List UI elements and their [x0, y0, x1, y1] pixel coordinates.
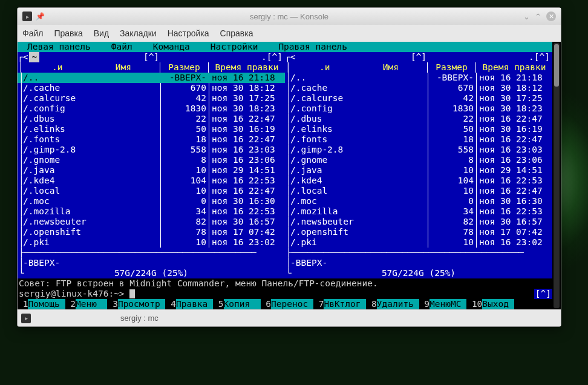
file-row[interactable]: │/.java10ноя 29 14:51: [285, 165, 552, 176]
terminal-area[interactable]: Левая панель Файл Команда Настройки Прав…: [18, 42, 561, 309]
mc-menu-right-panel[interactable]: Правая панель: [277, 42, 348, 52]
left-panel[interactable]: ┌<~[^].[^]│.и ИмяРазмерВремя правки│/..-…: [18, 52, 285, 278]
file-row[interactable]: │/..-ВВЕРХ-ноя 16 21:18: [285, 73, 552, 83]
file-row[interactable]: │/.openshift78ноя 17 07:42: [285, 227, 552, 237]
fkey-label[interactable]: Удалить: [377, 299, 419, 309]
file-row[interactable]: │/.elinks50ноя 30 16:19: [18, 124, 285, 134]
file-row[interactable]: │/..-ВВЕРХ-ноя 16 21:18: [18, 73, 285, 83]
file-name: /.openshift: [290, 227, 428, 237]
file-row[interactable]: │/.local10ноя 16 22:47: [285, 186, 552, 196]
menu-file[interactable]: Файл: [22, 28, 43, 38]
mc-menu-options[interactable]: Настройки: [209, 42, 260, 52]
file-row[interactable]: │/.fonts18ноя 16 22:47: [285, 134, 552, 145]
file-row[interactable]: │/.gnome8ноя 16 23:06: [18, 155, 285, 165]
file-row[interactable]: │/.pki10ноя 16 23:02: [285, 237, 552, 248]
fkey-number: 5: [213, 299, 223, 309]
file-mtime: ноя 17 07:42: [476, 227, 552, 237]
file-mtime: ноя 16 22:47: [476, 186, 552, 196]
file-row[interactable]: │/.gimp-2.8558ноя 16 23:03: [18, 145, 285, 155]
tab-label[interactable]: sergiy : mc: [120, 314, 158, 323]
file-row[interactable]: │/.dbus22ноя 16 22:47: [18, 114, 285, 124]
app-icon[interactable]: ▸: [22, 12, 32, 21]
menu-edit[interactable]: Правка: [54, 28, 82, 38]
file-size: 0: [160, 196, 209, 206]
file-mtime: ноя 16 23:02: [209, 237, 285, 248]
panel-status-line: │-ВВЕРХ-: [285, 258, 552, 268]
file-row[interactable]: │/.moc0ноя 30 16:30: [18, 196, 285, 206]
terminal-scrollbar[interactable]: [554, 43, 560, 308]
window-title: sergiy : mc — Konsole: [250, 12, 328, 21]
mc-menu-file[interactable]: Файл: [110, 42, 134, 52]
fkey-label[interactable]: Выход: [482, 299, 514, 309]
file-row[interactable]: │/.gimp-2.8558ноя 16 23:03: [285, 145, 552, 155]
status-text: -ВВЕРХ-: [290, 258, 552, 268]
file-row[interactable]: │/.calcurse42ноя 30 17:25: [18, 93, 285, 104]
panel-hat[interactable]: [^]: [411, 52, 426, 62]
tab-app-icon[interactable]: ▸: [21, 314, 31, 323]
fkey-label[interactable]: Копия: [224, 299, 261, 309]
file-size: 78: [428, 227, 476, 237]
file-mtime: ноя 30 17:25: [476, 93, 552, 104]
file-row[interactable]: │/.gnome8ноя 16 23:06: [285, 155, 552, 165]
path-chip[interactable]: ~: [29, 52, 39, 62]
file-name: /.pki: [23, 237, 160, 248]
file-row[interactable]: │/.dbus22ноя 16 22:47: [285, 114, 552, 124]
menu-view[interactable]: Вид: [94, 28, 109, 38]
prompt-hat[interactable]: [^]: [534, 289, 552, 299]
mc-menubar: Левая панель Файл Команда Настройки Прав…: [18, 42, 552, 52]
maximize-icon[interactable]: ⌃: [535, 12, 541, 21]
file-size: 42: [160, 93, 209, 104]
file-size: 34: [160, 206, 209, 217]
close-icon[interactable]: ✕: [546, 12, 556, 21]
scrollbar-thumb[interactable]: [554, 44, 559, 87]
file-row[interactable]: │/.config1830ноя 30 18:23: [18, 104, 285, 114]
file-row[interactable]: │/.calcurse42ноя 30 17:25: [285, 93, 552, 104]
right-panel[interactable]: ┌<[^].[^]│.и ИмяРазмерВремя правки│/..-В…: [285, 52, 552, 278]
fkey-label[interactable]: Просмотр: [118, 299, 166, 309]
panel-hat[interactable]: [^]: [143, 52, 159, 62]
file-row[interactable]: │/.mozilla34ноя 16 22:53: [285, 206, 552, 217]
file-name: /..: [290, 73, 428, 83]
mc-menu-left-panel[interactable]: Левая панель: [26, 42, 92, 52]
file-row[interactable]: │/.openshift78ноя 17 07:42: [18, 227, 285, 237]
panel-marker[interactable]: .[^]: [529, 52, 550, 62]
file-row[interactable]: │/.cache670ноя 30 18:12: [18, 83, 285, 93]
file-row[interactable]: │/.pki10ноя 16 23:02: [18, 237, 285, 248]
file-row[interactable]: │/.java10ноя 29 14:51: [18, 165, 285, 176]
command-prompt[interactable]: sergiy@linux-k476:~> [^]: [18, 289, 552, 299]
fkey-label[interactable]: Помощь: [28, 299, 65, 309]
disk-usage: 57G/224G (25%): [109, 268, 194, 278]
file-row[interactable]: │/.newsbeuter82ноя 30 16:57: [18, 217, 285, 227]
menu-bookmarks[interactable]: Закладки: [120, 28, 157, 38]
menu-settings[interactable]: Настройка: [168, 28, 209, 38]
mc-menu-command[interactable]: Команда: [152, 42, 191, 52]
file-row[interactable]: │/.local10ноя 16 22:47: [18, 186, 285, 196]
file-size: 670: [160, 83, 209, 93]
file-name: /.kde4: [23, 176, 160, 186]
window-titlebar[interactable]: ▸ 📌 sergiy : mc — Konsole ⌄ ⌃ ✕: [18, 8, 561, 25]
file-row[interactable]: │/.config1830ноя 30 18:23: [285, 104, 552, 114]
file-name: /.config: [23, 104, 160, 114]
file-row[interactable]: │/.moc0ноя 30 16:30: [285, 196, 552, 206]
file-row[interactable]: │/.cache670ноя 30 18:12: [285, 83, 552, 93]
fkey-label[interactable]: НвКтлог: [324, 299, 366, 309]
file-name: /.elinks: [23, 124, 160, 134]
pin-icon[interactable]: 📌: [36, 12, 45, 21]
file-row[interactable]: │/.kde4104ноя 16 22:53: [285, 176, 552, 186]
file-name: /.moc: [23, 196, 160, 206]
fkey-label[interactable]: Правка: [176, 299, 213, 309]
fkey-label[interactable]: Перенос: [271, 299, 313, 309]
file-row[interactable]: │/.kde4104ноя 16 22:53: [18, 176, 285, 186]
file-row[interactable]: │/.elinks50ноя 30 16:19: [285, 124, 552, 134]
file-mtime: ноя 30 16:57: [476, 217, 552, 227]
file-row[interactable]: │/.mozilla34ноя 16 22:53: [18, 206, 285, 217]
menu-help[interactable]: Справка: [220, 28, 253, 38]
file-row[interactable]: │/.fonts18ноя 16 22:47: [18, 134, 285, 145]
file-row[interactable]: │/.newsbeuter82ноя 30 16:57: [285, 217, 552, 227]
file-size: 10: [160, 165, 209, 176]
fkey-label[interactable]: МенюМС: [430, 299, 466, 309]
minimize-icon[interactable]: ⌄: [523, 12, 530, 21]
fkey-label[interactable]: Меню: [76, 299, 107, 309]
panel-marker[interactable]: .[^]: [261, 52, 283, 62]
file-name: /.local: [290, 186, 428, 196]
